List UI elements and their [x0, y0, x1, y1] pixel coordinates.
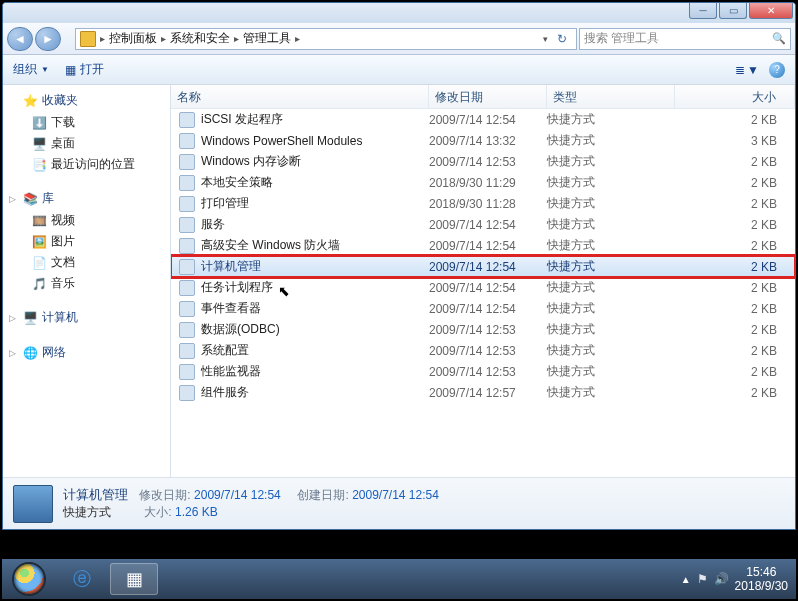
details-size-val: 1.26 KB [175, 505, 218, 519]
file-row[interactable]: 打印管理2018/9/30 11:28快捷方式2 KB [171, 193, 795, 214]
tree-item[interactable]: 📄文档 [3, 252, 170, 273]
back-button[interactable]: ◄ [7, 27, 33, 51]
tree-item-label: 图片 [51, 233, 75, 250]
view-button[interactable]: ≣ ▼ [735, 63, 759, 77]
open-button[interactable]: ▦ 打开 [65, 61, 104, 78]
file-date: 2009/7/14 12:54 [429, 218, 547, 232]
nav-tree: ⭐收藏夹 ⬇️下载🖥️桌面📑最近访问的位置 ▷📚库 🎞️视频🖼️图片📄文档🎵音乐… [3, 85, 171, 477]
tree-item[interactable]: 🎵音乐 [3, 273, 170, 294]
file-size: 2 KB [675, 386, 795, 400]
tree-favorites[interactable]: ⭐收藏夹 [3, 89, 170, 112]
tray-clock[interactable]: 15:46 2018/9/30 [735, 565, 788, 593]
file-date: 2009/7/14 12:57 [429, 386, 547, 400]
clock-date: 2018/9/30 [735, 579, 788, 593]
tree-libraries[interactable]: ▷📚库 [3, 187, 170, 210]
col-date[interactable]: 修改日期 [429, 85, 547, 108]
details-pane: 计算机管理 修改日期: 2009/7/14 12:54 创建日期: 2009/7… [3, 477, 795, 529]
minimize-button[interactable]: ─ [689, 3, 717, 19]
shortcut-icon [179, 301, 195, 317]
file-name: 事件查看器 [201, 300, 261, 317]
shortcut-icon [179, 133, 195, 149]
tree-label: 库 [42, 190, 54, 207]
file-row[interactable]: 计算机管理2009/7/14 12:54快捷方式2 KB [171, 256, 795, 277]
tree-item[interactable]: 🎞️视频 [3, 210, 170, 231]
computer-icon: 🖥️ [23, 311, 38, 325]
details-type: 快捷方式 [63, 505, 111, 519]
tree-computer[interactable]: ▷🖥️计算机 [3, 306, 170, 329]
file-row[interactable]: 组件服务2009/7/14 12:57快捷方式2 KB [171, 382, 795, 403]
details-meta: 计算机管理 修改日期: 2009/7/14 12:54 创建日期: 2009/7… [63, 486, 439, 521]
tray-flag-icon[interactable]: ⚑ [697, 572, 708, 586]
tree-label: 网络 [42, 344, 66, 361]
toolbar: 组织▼ ▦ 打开 ≣ ▼ ? [3, 55, 795, 85]
file-type: 快捷方式 [547, 237, 675, 254]
tree-item-label: 文档 [51, 254, 75, 271]
nav-bar: ◄ ► ▸ 控制面板 ▸ 系统和安全 ▸ 管理工具 ▸ ▾ ↻ 搜索 管理工具 [3, 23, 795, 55]
chevron-right-icon: ▸ [98, 33, 107, 44]
file-row[interactable]: 高级安全 Windows 防火墙2009/7/14 12:54快捷方式2 KB [171, 235, 795, 256]
file-name: 性能监视器 [201, 363, 261, 380]
file-row[interactable]: 服务2009/7/14 12:54快捷方式2 KB [171, 214, 795, 235]
file-type: 快捷方式 [547, 300, 675, 317]
tree-item[interactable]: ⬇️下载 [3, 112, 170, 133]
file-row[interactable]: 本地安全策略2018/9/30 11:29快捷方式2 KB [171, 172, 795, 193]
address-dropdown-icon[interactable]: ▾ [541, 34, 550, 44]
taskbar-ie[interactable]: ⓔ [58, 563, 106, 595]
details-title: 计算机管理 [63, 486, 128, 504]
breadcrumb-admin-tools[interactable]: 管理工具 [243, 30, 291, 47]
file-name: 数据源(ODBC) [201, 321, 280, 338]
file-size: 2 KB [675, 281, 795, 295]
file-date: 2009/7/14 12:53 [429, 365, 547, 379]
file-row[interactable]: 数据源(ODBC)2009/7/14 12:53快捷方式2 KB [171, 319, 795, 340]
taskbar-explorer[interactable]: ▦ [110, 563, 158, 595]
chevron-down-icon: ▼ [747, 63, 759, 77]
file-date: 2009/7/14 12:54 [429, 281, 547, 295]
titlebar: ─ ▭ ✕ [3, 3, 795, 23]
file-size: 2 KB [675, 197, 795, 211]
tree-item[interactable]: 🖥️桌面 [3, 133, 170, 154]
file-row[interactable]: Windows 内存诊断2009/7/14 12:53快捷方式2 KB [171, 151, 795, 172]
start-button[interactable] [2, 559, 56, 599]
shortcut-icon [179, 280, 195, 296]
forward-button[interactable]: ► [35, 27, 61, 51]
tree-network[interactable]: ▷🌐网络 [3, 341, 170, 364]
file-row[interactable]: 事件查看器2009/7/14 12:54快捷方式2 KB [171, 298, 795, 319]
star-icon: ⭐ [23, 94, 38, 108]
file-date: 2009/7/14 13:32 [429, 134, 547, 148]
breadcrumb-system-security[interactable]: 系统和安全 [170, 30, 230, 47]
file-name: iSCSI 发起程序 [201, 111, 283, 128]
tray-volume-icon[interactable]: 🔊 [714, 572, 729, 586]
refresh-button[interactable]: ↻ [552, 32, 572, 46]
file-row[interactable]: 任务计划程序2009/7/14 12:54快捷方式2 KB [171, 277, 795, 298]
tray-overflow-button[interactable]: ▲ [681, 574, 691, 585]
chevron-right-icon: ▸ [159, 33, 168, 44]
tree-item-icon: ⬇️ [31, 116, 47, 130]
tree-item[interactable]: 📑最近访问的位置 [3, 154, 170, 175]
library-icon: 📚 [23, 192, 38, 206]
tree-item-label: 最近访问的位置 [51, 156, 135, 173]
file-name: Windows PowerShell Modules [201, 134, 362, 148]
organize-button[interactable]: 组织▼ [13, 61, 49, 78]
file-row[interactable]: Windows PowerShell Modules2009/7/14 13:3… [171, 130, 795, 151]
col-name[interactable]: 名称 [171, 85, 429, 108]
close-button[interactable]: ✕ [749, 3, 793, 19]
organize-label: 组织 [13, 61, 37, 78]
file-type: 快捷方式 [547, 279, 675, 296]
tree-item-icon: 📑 [31, 158, 47, 172]
file-row[interactable]: 系统配置2009/7/14 12:53快捷方式2 KB [171, 340, 795, 361]
tree-item[interactable]: 🖼️图片 [3, 231, 170, 252]
file-row[interactable]: 性能监视器2009/7/14 12:53快捷方式2 KB [171, 361, 795, 382]
file-row[interactable]: iSCSI 发起程序2009/7/14 12:54快捷方式2 KB [171, 109, 795, 130]
help-button[interactable]: ? [769, 62, 785, 78]
file-rows: iSCSI 发起程序2009/7/14 12:54快捷方式2 KBWindows… [171, 109, 795, 477]
search-input[interactable]: 搜索 管理工具 [579, 28, 791, 50]
file-size: 2 KB [675, 302, 795, 316]
col-type[interactable]: 类型 [547, 85, 675, 108]
file-date: 2009/7/14 12:53 [429, 323, 547, 337]
breadcrumb-control-panel[interactable]: 控制面板 [109, 30, 157, 47]
file-size: 2 KB [675, 365, 795, 379]
file-size: 2 KB [675, 155, 795, 169]
maximize-button[interactable]: ▭ [719, 3, 747, 19]
col-size[interactable]: 大小 [675, 85, 795, 108]
address-bar[interactable]: ▸ 控制面板 ▸ 系统和安全 ▸ 管理工具 ▸ ▾ ↻ [75, 28, 577, 50]
